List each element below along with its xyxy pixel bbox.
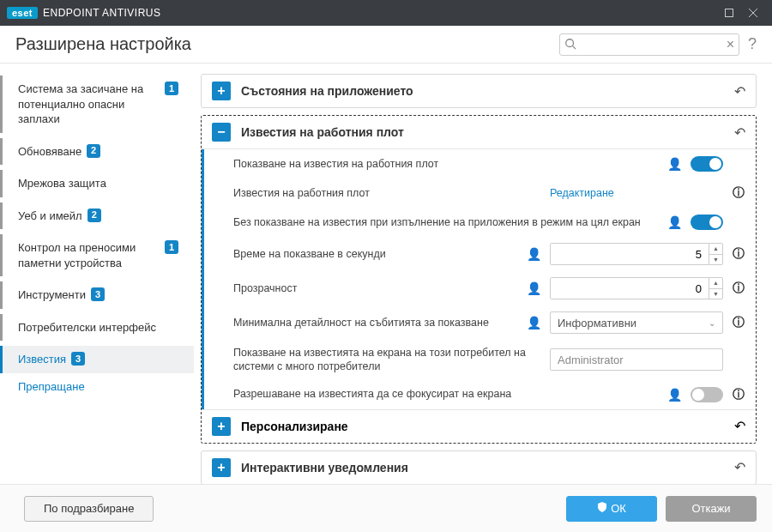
sidebar-badge: 3 — [71, 352, 85, 366]
row-label: Прозрачност — [233, 281, 527, 295]
reset-icon[interactable]: ↶ — [734, 418, 745, 434]
transparency-input-wrap: ▲▼ — [550, 277, 723, 299]
toggle-fullscreen[interactable] — [691, 215, 723, 230]
sidebar-item-web-email[interactable]: Уеб и имейл2 — [0, 203, 194, 230]
sidebar-item-network[interactable]: Мрежова защита — [0, 170, 194, 197]
sidebar-badge: 2 — [87, 144, 100, 158]
search-icon — [564, 38, 576, 52]
cancel-button[interactable]: Откажи — [666, 496, 757, 522]
header: Разширена настройка × ? — [0, 26, 772, 63]
sidebar-item-label: Инструменти — [18, 287, 86, 303]
svg-point-3 — [566, 39, 574, 46]
window-close-button[interactable] — [741, 0, 765, 26]
window-maximize-button[interactable] — [717, 0, 741, 26]
search-wrap: × — [559, 33, 739, 56]
sidebar-item-detection[interactable]: Система за засичане на потенциално опасн… — [0, 76, 194, 133]
sidebar-item-label: Известия — [18, 352, 66, 367]
info-icon[interactable]: ⓘ — [732, 185, 745, 201]
brand-badge: eset — [7, 7, 38, 19]
section-header-desktop-notifications[interactable]: − Известия на работния плот ↶ — [202, 116, 756, 148]
shield-icon — [597, 502, 607, 515]
search-input[interactable] — [559, 33, 739, 56]
sidebar-item-label: Препращане — [18, 379, 85, 395]
user-icon: 👤 — [527, 281, 541, 295]
sidebar-item-ui[interactable]: Потребителски интерфейс — [0, 314, 194, 342]
row-label: Известия на работния плот — [233, 186, 550, 200]
section-title: Интерактивни уведомления — [241, 461, 734, 475]
row-label: Показване на известията на екрана на тоз… — [233, 346, 550, 374]
section-header-interactive[interactable]: + Интерактивни уведомления ↶ — [202, 451, 756, 484]
row-label: Без показване на известия при изпълнение… — [233, 215, 667, 229]
sidebar-item-label: Система за засичане на потенциално опасн… — [18, 82, 160, 127]
section-title: Известия на работния плот — [241, 125, 734, 139]
row-label: Време на показване в секунди — [233, 247, 527, 261]
info-icon[interactable]: ⓘ — [732, 246, 745, 262]
section-desktop-notifications: − Известия на работния плот ↶ Показване … — [201, 115, 757, 444]
reset-icon[interactable]: ↶ — [734, 83, 745, 100]
sidebar-badge: 2 — [87, 209, 101, 222]
seconds-input-wrap: ▲▼ — [550, 243, 723, 265]
sidebar-item-device-control[interactable]: Контрол на преносими паметни устройства1 — [0, 234, 194, 276]
app-title: ENDPOINT ANTIVIRUS — [43, 7, 160, 19]
chevron-down-icon: ⌄ — [709, 318, 715, 328]
spinner-up[interactable]: ▲ — [709, 278, 722, 289]
edit-link[interactable]: Редактиране — [550, 187, 723, 199]
sidebar-item-label: Контрол на преносими паметни устройства — [18, 240, 160, 270]
user-icon: 👤 — [527, 247, 541, 261]
row-label: Показване на известия на работния плот — [233, 157, 667, 171]
titlebar: eset ENDPOINT ANTIVIRUS — [0, 0, 772, 26]
transparency-input[interactable] — [551, 278, 709, 299]
user-icon: 👤 — [667, 388, 682, 402]
subsection-personalize[interactable]: + Персонализиране ↶ — [202, 409, 756, 443]
sidebar: Система за засичане на потенциално опасн… — [0, 63, 194, 484]
row-label: Минимална детайлност на събитията за пок… — [233, 316, 527, 329]
help-button[interactable]: ? — [748, 35, 757, 53]
sidebar-badge: 1 — [165, 82, 178, 95]
info-icon[interactable]: ⓘ — [732, 315, 745, 330]
sidebar-item-label: Мрежова защита — [18, 176, 106, 191]
spinner-down[interactable]: ▼ — [709, 255, 722, 265]
row-show-desktop-notifications: Показване на известия на работния плот 👤… — [202, 149, 756, 178]
min-detail-select[interactable]: Информативни ⌄ — [550, 311, 723, 334]
user-icon: 👤 — [667, 215, 682, 229]
info-icon[interactable]: ⓘ — [732, 281, 745, 296]
reset-icon[interactable]: ↶ — [734, 124, 745, 141]
section-interactive: + Интерактивни уведомления ↶ — [201, 450, 757, 485]
seconds-input[interactable] — [551, 244, 709, 264]
spinner-up[interactable]: ▲ — [709, 244, 722, 255]
section-title: Персонализиране — [241, 420, 734, 433]
svg-rect-0 — [726, 9, 733, 17]
expand-icon: + — [212, 82, 231, 100]
sidebar-item-notifications[interactable]: Известия3 — [0, 346, 194, 373]
section-title: Състояния на приложението — [241, 84, 734, 98]
row-transparency: Прозрачност 👤 ▲▼ ⓘ — [202, 271, 756, 305]
expand-icon: + — [212, 417, 231, 436]
row-display-seconds: Време на показване в секунди 👤 ▲▼ ⓘ — [202, 237, 756, 271]
ok-label: ОК — [611, 502, 626, 515]
sidebar-item-tools[interactable]: Инструменти3 — [0, 281, 194, 309]
info-icon[interactable]: ⓘ — [732, 387, 745, 402]
toggle-allow-focus[interactable] — [691, 387, 723, 402]
expand-icon: + — [212, 458, 231, 477]
spinner-down[interactable]: ▼ — [709, 289, 722, 299]
sidebar-subitem-forwarding[interactable]: Препращане — [0, 373, 194, 401]
row-label: Разрешаване на известията да се фокусира… — [233, 387, 667, 401]
sidebar-item-update[interactable]: Обновяване2 — [0, 138, 194, 166]
row-fullscreen-suppress: Без показване на известия при изпълнение… — [202, 208, 756, 237]
sidebar-item-label: Обновяване — [18, 144, 81, 160]
footer: По подразбиране ОК Откажи — [0, 484, 772, 532]
main-content: + Състояния на приложението ↶ − Известия… — [194, 63, 772, 484]
ok-button[interactable]: ОК — [566, 496, 657, 522]
sidebar-item-label: Потребителски интерфейс — [18, 320, 156, 336]
user-input[interactable] — [550, 348, 723, 371]
row-min-detail: Минимална детайлност на събитията за пок… — [202, 305, 756, 340]
default-button[interactable]: По подразбиране — [24, 496, 154, 522]
sidebar-item-label: Уеб и имейл — [18, 209, 82, 224]
toggle-show-desktop[interactable] — [691, 156, 723, 172]
reset-icon[interactable]: ↶ — [734, 459, 745, 475]
row-show-on-user: Показване на известията на екрана на тоз… — [202, 340, 756, 380]
page-title: Разширена настройка — [15, 34, 559, 54]
section-header-app-states[interactable]: + Състояния на приложението ↶ — [202, 75, 756, 107]
user-icon: 👤 — [667, 157, 682, 171]
search-clear-button[interactable]: × — [727, 37, 734, 52]
